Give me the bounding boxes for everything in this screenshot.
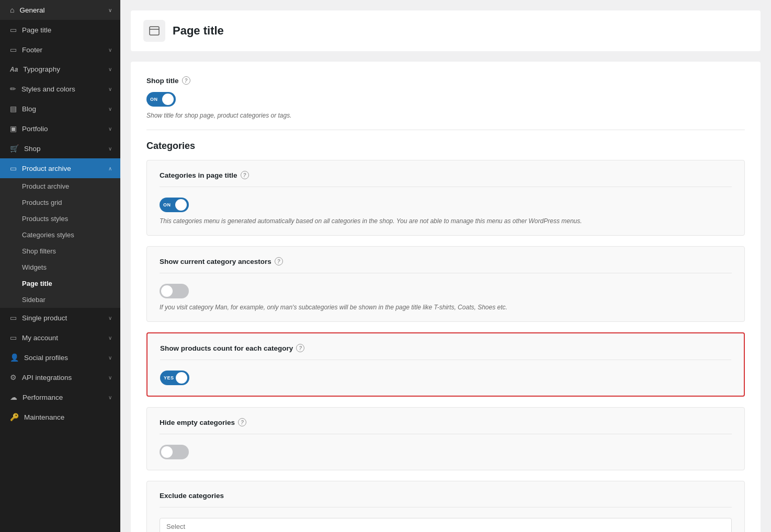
my-account-icon: ▭ <box>10 333 17 342</box>
show-products-count-toggle[interactable]: YES <box>160 371 189 385</box>
sidebar-item-social-profiles[interactable]: 👤 Social profiles ∨ <box>0 348 120 367</box>
toggle-knob <box>161 285 173 297</box>
sidebar-item-maintenance[interactable]: 🔑 Maintenance <box>0 407 120 427</box>
sidebar-label-page-title: Page title <box>22 26 51 34</box>
divider <box>160 187 732 187</box>
social-icon: 👤 <box>10 353 19 362</box>
svg-rect-0 <box>150 27 159 35</box>
page-header: Page title <box>131 10 761 51</box>
exclude-categories-select[interactable] <box>160 518 732 532</box>
shop-title-toggle-wrapper: ON <box>146 92 745 107</box>
sidebar-label-product-archive: Product archive <box>22 165 71 172</box>
categories-in-title-toggle[interactable]: ON <box>160 198 189 212</box>
divider <box>160 434 732 434</box>
show-products-count-panel: Show products count for each category ? … <box>146 332 745 397</box>
sidebar-sub-item-products-grid[interactable]: Products grid <box>0 194 120 211</box>
portfolio-icon: ▣ <box>10 124 17 133</box>
api-icon: ⚙ <box>10 373 17 381</box>
shop-title-help-icon[interactable]: ? <box>182 76 190 85</box>
chevron-icon: ∨ <box>108 375 112 380</box>
footer-icon: ▭ <box>10 45 17 54</box>
sidebar-sub-item-page-title[interactable]: Page title <box>0 275 120 292</box>
show-products-count-label: Show products count for each category ? <box>160 344 731 352</box>
sidebar-item-page-title[interactable]: ▭ Page title <box>0 20 120 40</box>
sidebar-sub-item-widgets[interactable]: Widgets <box>0 259 120 275</box>
toggle-knob <box>161 446 173 458</box>
sidebar-label-general: General <box>19 6 44 14</box>
toggle-knob <box>176 372 187 384</box>
sidebar-sub-item-categories-styles[interactable]: Categories styles <box>0 227 120 243</box>
performance-icon: ☁ <box>10 393 17 401</box>
hide-empty-toggle-wrapper: NO <box>160 445 732 459</box>
hide-empty-toggle[interactable]: NO <box>160 445 189 459</box>
sidebar-label-styles: Styles and colors <box>21 85 75 93</box>
shop-icon: 🛒 <box>10 144 19 153</box>
sidebar-label-performance: Performance <box>22 394 63 401</box>
sidebar: ⌂ General ∨ ▭ Page title ▭ Footer ∨ Aa T… <box>0 0 120 532</box>
sidebar-label-single-product: Single product <box>22 314 67 322</box>
hide-empty-help-icon[interactable]: ? <box>238 418 246 426</box>
chevron-icon: ∨ <box>108 355 112 361</box>
chevron-icon: ∨ <box>108 86 112 92</box>
show-ancestors-helper: If you visit category Man, for example, … <box>160 304 732 311</box>
sidebar-item-styles-colors[interactable]: ✏ Styles and colors ∨ <box>0 79 120 99</box>
sidebar-item-single-product[interactable]: ▭ Single product ∨ <box>0 308 120 328</box>
shop-title-toggle[interactable]: ON <box>146 92 176 107</box>
toggle-knob <box>175 199 187 211</box>
divider <box>146 130 745 130</box>
sidebar-item-my-account[interactable]: ▭ My account ∨ <box>0 328 120 348</box>
sidebar-item-shop[interactable]: 🛒 Shop ∨ <box>0 138 120 158</box>
toggle-knob <box>162 94 174 105</box>
chevron-icon: ∨ <box>108 106 112 112</box>
chevron-icon: ∨ <box>108 315 112 321</box>
sidebar-label-my-account: My account <box>22 334 58 342</box>
home-icon: ⌂ <box>10 6 14 14</box>
categories-title: Categories <box>146 141 745 152</box>
show-products-count-help-icon[interactable]: ? <box>296 344 304 352</box>
sidebar-item-typography[interactable]: Aa Typography ∨ <box>0 60 120 79</box>
categories-in-page-title-panel: Categories in page title ? ON This categ… <box>146 160 745 236</box>
sidebar-submenu-product-archive: Product archive Products grid Products s… <box>0 178 120 308</box>
sidebar-label-blog: Blog <box>22 105 36 113</box>
content-area: Shop title ? ON Show title for shop page… <box>131 62 761 532</box>
maintenance-icon: 🔑 <box>10 413 19 421</box>
show-ancestors-toggle[interactable]: NO <box>160 284 189 298</box>
sidebar-label-shop: Shop <box>24 145 41 153</box>
page-header-icon <box>143 20 165 42</box>
sidebar-item-general[interactable]: ⌂ General ∨ <box>0 0 120 20</box>
sidebar-item-api[interactable]: ⚙ API integrations ∨ <box>0 367 120 387</box>
sidebar-sub-item-sidebar[interactable]: Sidebar <box>0 292 120 308</box>
sidebar-sub-item-product-archive[interactable]: Product archive <box>0 178 120 194</box>
main-content: Page title Shop title ? ON Show title fo… <box>120 0 771 532</box>
categories-in-title-label: Categories in page title ? <box>160 171 732 179</box>
shop-title-helper: Show title for shop page, product catego… <box>146 112 745 119</box>
shop-title-section: Shop title ? ON Show title for shop page… <box>146 76 745 119</box>
chevron-icon: ∨ <box>108 47 112 53</box>
chevron-icon: ∨ <box>108 7 112 13</box>
sidebar-item-footer[interactable]: ▭ Footer ∨ <box>0 40 120 60</box>
sidebar-item-portfolio[interactable]: ▣ Portfolio ∨ <box>0 119 120 138</box>
sidebar-label-footer: Footer <box>22 46 42 54</box>
sidebar-label-api: API integrations <box>22 374 72 381</box>
styles-icon: ✏ <box>10 85 16 93</box>
hide-empty-categories-panel: Hide empty categories ? NO <box>146 407 745 470</box>
categories-in-title-help-icon[interactable]: ? <box>241 171 249 179</box>
show-ancestors-help-icon[interactable]: ? <box>275 257 283 265</box>
sidebar-item-product-archive[interactable]: ▭ Product archive ∧ <box>0 158 120 178</box>
divider <box>160 273 732 273</box>
show-ancestors-toggle-wrapper: NO <box>160 284 732 298</box>
show-ancestors-label: Show current category ancestors ? <box>160 257 732 265</box>
sidebar-sub-item-products-styles[interactable]: Products styles <box>0 211 120 227</box>
typography-icon: Aa <box>10 66 18 73</box>
show-current-ancestors-panel: Show current category ancestors ? NO If … <box>146 246 745 322</box>
sidebar-sub-item-shop-filters[interactable]: Shop filters <box>0 243 120 259</box>
divider <box>160 507 732 507</box>
sidebar-item-blog[interactable]: ▤ Blog ∨ <box>0 99 120 119</box>
exclude-categories-label: Exclude categories <box>160 492 732 500</box>
chevron-icon: ∨ <box>108 126 112 132</box>
sidebar-label-maintenance: Maintenance <box>24 413 64 421</box>
sidebar-item-performance[interactable]: ☁ Performance ∨ <box>0 387 120 407</box>
shop-title-label: Shop title ? <box>146 76 745 85</box>
chevron-icon: ∨ <box>108 146 112 152</box>
hide-empty-label: Hide empty categories ? <box>160 418 732 426</box>
